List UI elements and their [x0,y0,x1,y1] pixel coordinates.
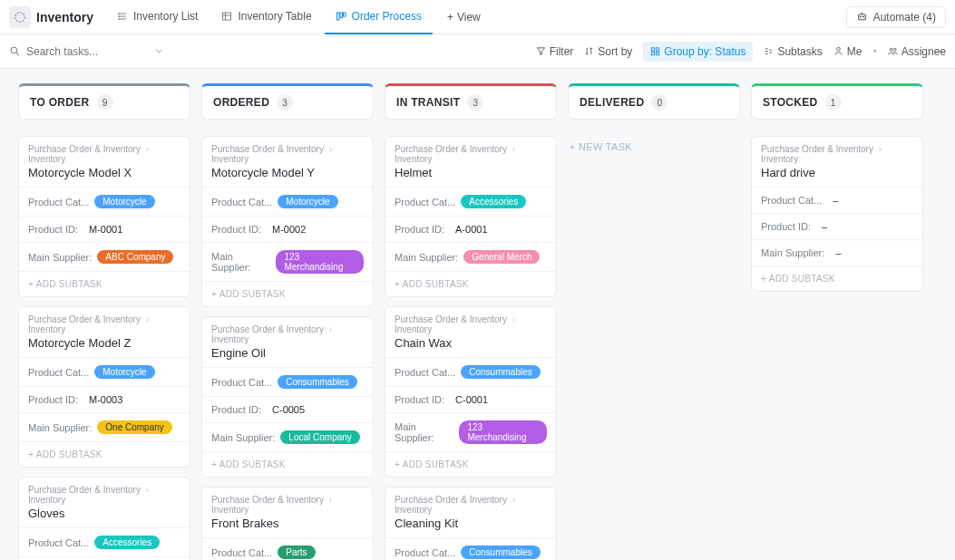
field-product-id: Product ID:C-0001 [385,386,556,412]
add-subtask-button[interactable]: + ADD SUBTASK [202,451,373,477]
column-header[interactable]: TO ORDER9 [18,83,190,120]
task-card[interactable]: Purchase Order & Inventory › InventoryEn… [201,316,374,478]
tab-order-process[interactable]: Order Process [325,0,433,34]
search-dropdown-icon[interactable] [154,46,164,56]
column-count: 9 [97,94,113,111]
add-view-button[interactable]: + View [438,11,490,24]
column-body: Purchase Order & Inventory › InventoryHa… [751,136,923,292]
assignee-button[interactable]: Assignee [888,45,946,58]
task-card[interactable]: Purchase Order & Inventory › InventoryCl… [385,487,557,560]
column-header[interactable]: DELIVERED0 [568,83,740,120]
field-category: Product Cat...Consummables [385,357,556,386]
column-header[interactable]: STOCKED1 [751,83,923,120]
card-title: Front Brakes [202,517,373,537]
supplier-pill[interactable]: Local Company [280,430,359,444]
category-pill[interactable]: Accessories [94,536,160,549]
subtasks-button[interactable]: Subtasks [764,45,822,58]
column-header[interactable]: ORDERED3 [201,83,374,120]
new-task-button[interactable]: + NEW TASK [568,136,740,158]
product-id-value: M-0003 [89,394,122,405]
sort-icon [584,46,594,56]
person-icon [833,46,843,56]
add-subtask-button[interactable]: + ADD SUBTASK [202,281,373,306]
tab-inventory-table[interactable]: Inventory Table [210,0,322,34]
task-card[interactable]: Purchase Order & Inventory › InventoryHe… [385,136,557,297]
product-id-value: M-0002 [272,224,306,235]
column-body: Purchase Order & Inventory › InventoryMo… [201,136,374,560]
category-pill[interactable]: Motorcycle [278,195,337,208]
task-card[interactable]: Purchase Order & Inventory › InventoryCh… [385,306,557,478]
column-ordered: ORDERED3Purchase Order & Inventory › Inv… [201,83,374,560]
category-pill[interactable]: Consummables [278,375,356,389]
group-button[interactable]: Group by: Status [643,42,753,62]
add-subtask-button[interactable]: + ADD SUBTASK [752,266,922,291]
supplier-pill[interactable]: General Merch [463,250,540,264]
field-label: Product Cat... [211,547,272,558]
field-label: Product ID: [28,394,78,405]
column-count: 3 [467,94,483,111]
field-label: Main Supplier: [395,421,453,443]
sort-button[interactable]: Sort by [584,45,632,58]
field-label: Main Supplier: [28,252,92,263]
category-pill[interactable]: Consummables [461,365,540,379]
card-title: Hard drive [752,166,922,187]
automate-button[interactable]: Automate (4) [846,6,946,28]
add-subtask-button[interactable]: + ADD SUBTASK [385,451,556,477]
category-pill[interactable]: Parts [278,546,315,559]
card-title: Motorcycle Model X [19,166,190,187]
category-pill[interactable]: Motorcycle [94,365,154,379]
view-icon [221,11,232,22]
kanban-board: TO ORDER9Purchase Order & Inventory › In… [0,69,955,560]
category-pill[interactable]: Motorcycle [94,195,154,208]
breadcrumb: Purchase Order & Inventory › Inventory [202,488,373,517]
tab-inventory-list[interactable]: Inventory List [106,0,209,34]
category-pill[interactable]: Consummables [461,546,540,559]
card-title: Chain Wax [385,336,556,357]
me-button[interactable]: Me [833,45,862,58]
search-input[interactable] [26,45,126,58]
filter-button[interactable]: Filter [536,45,574,58]
breadcrumb: Purchase Order & Inventory › Inventory [385,307,556,336]
svg-point-14 [860,16,861,17]
add-subtask-button[interactable]: + ADD SUBTASK [19,271,190,296]
field-supplier: Main Supplier:ABC Company [19,242,190,271]
supplier-pill[interactable]: ABC Company [97,250,173,264]
task-card[interactable]: Purchase Order & Inventory › InventoryMo… [201,136,374,307]
add-subtask-button[interactable]: + ADD SUBTASK [19,441,190,467]
supplier-pill[interactable]: 123 Merchandising [459,420,547,444]
column-header[interactable]: IN TRANSIT3 [385,83,557,120]
app-title: Inventory [36,10,93,24]
svg-point-4 [119,13,120,14]
field-product-id: Product ID:M-0002 [202,216,373,242]
filter-icon [536,46,546,56]
task-card[interactable]: Purchase Order & Inventory › InventoryFr… [201,487,374,560]
empty-value: – [833,195,838,206]
field-category: Product Cat...Consummables [202,367,373,396]
field-label: Product Cat... [761,195,822,206]
product-id-value: A-0001 [455,224,487,235]
field-label: Main Supplier: [761,247,824,258]
column-count: 0 [651,94,668,111]
empty-value: – [835,247,841,258]
add-subtask-button[interactable]: + ADD SUBTASK [385,271,556,296]
field-product-id: Product ID:M-0003 [19,386,190,412]
field-label: Product ID: [28,224,78,235]
field-product-id: Product ID:– [752,213,922,239]
column-title: DELIVERED [580,96,644,109]
breadcrumb: Purchase Order & Inventory › Inventory [202,317,373,346]
add-view-label: View [457,11,481,24]
task-card[interactable]: Purchase Order & Inventory › InventoryHa… [751,136,923,292]
field-product-id: Product ID:A-0002 [19,556,190,560]
field-supplier: Main Supplier:One Company [19,412,190,441]
task-card[interactable]: Purchase Order & Inventory › InventoryMo… [18,306,190,468]
category-pill[interactable]: Accessories [461,195,526,208]
field-category: Product Cat...Consummables [385,537,556,560]
card-title: Engine Oil [202,346,373,367]
supplier-pill[interactable]: One Company [97,420,171,434]
task-card[interactable]: Purchase Order & Inventory › InventoryMo… [18,136,190,297]
svg-point-5 [119,15,120,16]
people-icon [888,46,898,56]
task-card[interactable]: Purchase Order & Inventory › InventoryGl… [18,477,190,560]
field-category: Product Cat...Accessories [19,527,190,556]
supplier-pill[interactable]: 123 Merchandising [276,250,364,274]
